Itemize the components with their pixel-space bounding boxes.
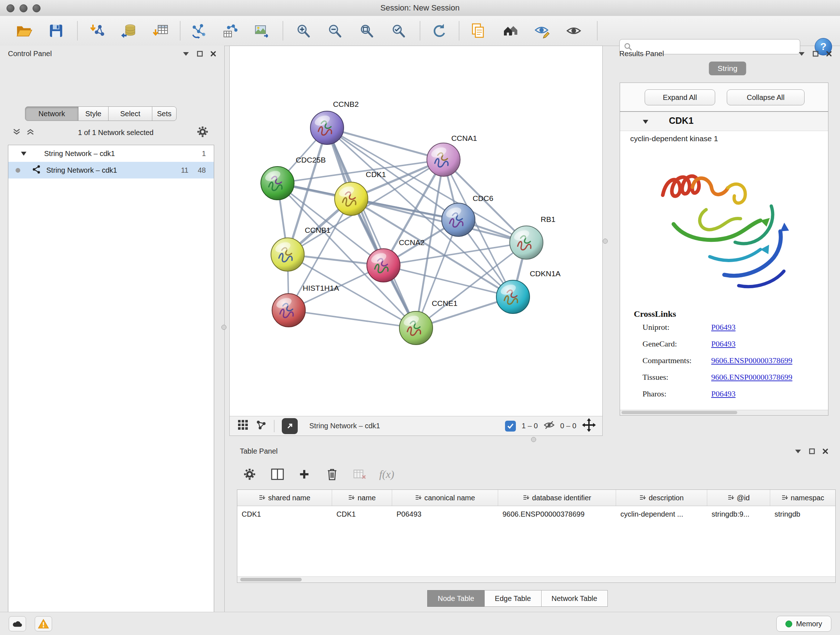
tab-select[interactable]: Select <box>108 106 152 121</box>
pan-tool-icon[interactable] <box>582 418 596 434</box>
results-horizontal-scrollbar[interactable] <box>620 410 828 415</box>
gear-icon <box>243 468 256 480</box>
tab-network[interactable]: Network <box>25 106 79 121</box>
save-session-button[interactable] <box>46 21 66 41</box>
birdseye-view-icon[interactable] <box>256 420 267 432</box>
export-image-button[interactable] <box>252 21 272 41</box>
column-header-id[interactable]: @id <box>707 490 770 506</box>
network-node-label: CDC6 <box>472 194 493 203</box>
column-header-namespace[interactable]: namespac <box>770 490 835 506</box>
network-node-ccnb2[interactable]: CCNB2 <box>310 100 359 144</box>
expand-all-button[interactable]: Expand All <box>645 89 715 105</box>
import-network-database-button[interactable] <box>118 21 139 41</box>
hidden-eye-icon[interactable] <box>544 421 554 431</box>
crosslink-link[interactable]: 9606.ENSP00000378699 <box>711 372 792 382</box>
network-edge[interactable] <box>327 128 416 328</box>
split-columns-button[interactable] <box>268 465 287 484</box>
results-tab-string[interactable]: String <box>709 62 746 75</box>
column-header-shared-name[interactable]: shared name <box>237 490 332 506</box>
column-header-name[interactable]: name <box>332 490 392 506</box>
vertical-splitter-handle[interactable] <box>603 239 608 244</box>
network-edge[interactable] <box>289 310 416 328</box>
network-options-gear-icon[interactable] <box>197 126 208 139</box>
results-panel-title: Results Panel <box>619 50 664 58</box>
panel-float-icon[interactable] <box>813 51 819 57</box>
network-row[interactable]: String Network – cdk1 11 48 <box>8 162 214 179</box>
network-node-hist1h1a[interactable]: HIST1H1A <box>272 284 339 327</box>
network-node-cdkn1a[interactable]: CDKN1A <box>496 269 561 314</box>
network-arrows-button[interactable] <box>188 21 209 41</box>
tree-expander-icon[interactable] <box>21 149 27 158</box>
panel-collapse-icon[interactable] <box>798 51 805 56</box>
expand-all-icon[interactable] <box>26 128 35 137</box>
import-network-file-button[interactable] <box>88 21 108 41</box>
show-graphics-details-button[interactable] <box>564 21 584 41</box>
crosslink-link[interactable]: 9606.ENSP00000378699 <box>711 356 792 365</box>
network-node-cdc6[interactable]: CDC6 <box>442 194 493 236</box>
table-panel-title: Table Panel <box>240 447 278 455</box>
column-sort-icon <box>415 494 422 502</box>
network-node-ccne1[interactable]: CCNE1 <box>399 299 458 345</box>
network-collection-count: 1 <box>188 149 206 158</box>
import-table-button[interactable] <box>150 21 171 41</box>
crosslink-link[interactable]: P06493 <box>711 389 736 399</box>
zoom-in-button[interactable] <box>293 21 313 41</box>
network-canvas[interactable]: CCNB2CCNA1CDC25BCDK1CDC6RB1CCNB1CCNA2CDK… <box>230 46 602 415</box>
grid-view-icon[interactable] <box>238 420 248 432</box>
hide-graphics-details-button[interactable] <box>532 21 552 41</box>
column-header-description[interactable]: description <box>616 490 707 506</box>
panel-float-icon[interactable] <box>197 51 203 57</box>
crosslink-link[interactable]: P06493 <box>711 339 736 348</box>
selected-nodes-checkbox[interactable] <box>505 421 516 432</box>
section-expander-icon[interactable] <box>643 119 649 126</box>
horizontal-splitter-handle[interactable] <box>531 437 536 442</box>
collapse-all-icon[interactable] <box>12 128 21 137</box>
export-network-button[interactable] <box>282 418 298 434</box>
delete-table-button[interactable] <box>351 465 369 484</box>
table-toolbar: f(x) <box>231 462 840 488</box>
function-builder-button[interactable]: f(x) <box>377 465 396 484</box>
warnings-button[interactable] <box>35 616 52 631</box>
open-session-button[interactable] <box>14 21 34 41</box>
network-node-ccnb1[interactable]: CCNB1 <box>271 226 331 271</box>
memory-button[interactable]: Memory <box>776 616 831 632</box>
tab-sets[interactable]: Sets <box>152 106 177 121</box>
column-header-canonical-name[interactable]: canonical name <box>392 490 498 506</box>
delete-column-button[interactable] <box>323 465 341 484</box>
cloud-status-button[interactable] <box>9 616 26 631</box>
network-node-cdk1[interactable]: CDK1 <box>335 170 386 215</box>
zoom-selected-button[interactable] <box>388 21 409 41</box>
table-row[interactable]: CDK1 CDK1 P06493 9606.ENSP00000378699 cy… <box>237 506 835 522</box>
panel-float-icon[interactable] <box>809 448 815 454</box>
network-node-ccna1[interactable]: CCNA1 <box>427 134 477 176</box>
vertical-splitter-handle[interactable] <box>221 325 226 330</box>
zoom-out-button[interactable] <box>325 21 345 41</box>
table-settings-button[interactable] <box>240 465 259 484</box>
collapse-all-button[interactable]: Collapse All <box>727 89 805 105</box>
home-button[interactable] <box>500 21 521 41</box>
refresh-layout-button[interactable] <box>429 21 449 41</box>
export-arrow-icon <box>285 421 294 431</box>
crosslink-link[interactable]: P06493 <box>711 323 736 332</box>
zoom-in-icon <box>295 23 311 39</box>
table-horizontal-scrollbar[interactable] <box>237 576 835 583</box>
panel-close-icon[interactable] <box>826 51 832 57</box>
network-table-button[interactable] <box>220 21 240 41</box>
panel-collapse-icon[interactable] <box>182 51 189 56</box>
zoom-fit-button[interactable] <box>356 21 377 41</box>
network-node-rb1[interactable]: RB1 <box>510 215 555 259</box>
tab-edge-table[interactable]: Edge Table <box>485 590 542 607</box>
panel-close-icon[interactable] <box>210 51 216 57</box>
column-header-database-identifier[interactable]: database identifier <box>498 490 616 506</box>
protein-section-header[interactable]: CDK1 <box>620 112 828 131</box>
network-selection-row: 1 of 1 Network selected <box>0 124 224 141</box>
network-selection-status: 1 of 1 Network selected <box>35 128 197 137</box>
add-column-button[interactable] <box>295 465 314 484</box>
panel-close-icon[interactable] <box>822 448 829 454</box>
tab-network-table[interactable]: Network Table <box>541 590 608 607</box>
copy-documents-button[interactable] <box>468 21 488 41</box>
panel-collapse-icon[interactable] <box>794 449 802 454</box>
tab-node-table[interactable]: Node Table <box>427 590 485 607</box>
tab-style[interactable]: Style <box>78 106 109 121</box>
network-collection-row[interactable]: String Network – cdk1 1 <box>8 145 214 162</box>
